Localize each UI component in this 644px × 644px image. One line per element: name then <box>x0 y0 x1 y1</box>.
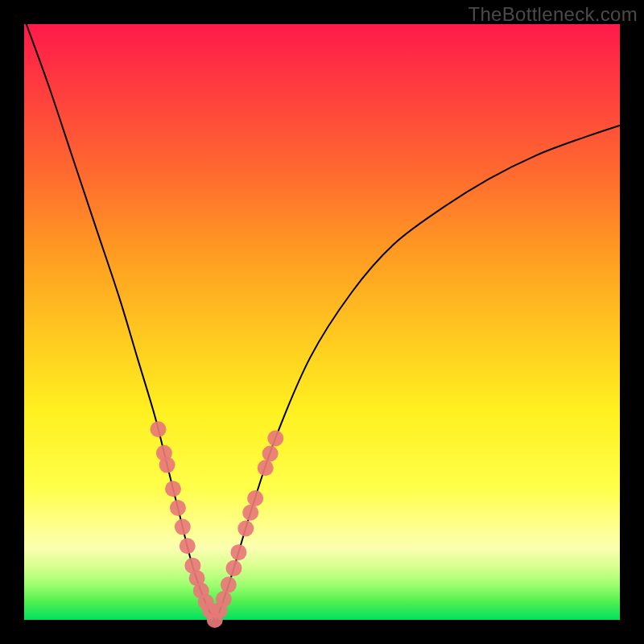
marker-dot <box>175 519 191 535</box>
marker-dot <box>262 446 279 462</box>
marker-dot <box>216 591 232 607</box>
marker-dot <box>237 521 254 537</box>
marker-dot <box>221 576 237 592</box>
marker-dot <box>159 457 175 473</box>
curve-bottleneck-curve <box>24 19 620 621</box>
marker-dot <box>165 481 181 497</box>
marker-dot <box>258 460 274 476</box>
series-group <box>24 19 620 621</box>
marker-dot <box>180 538 196 554</box>
marker-dot <box>267 431 283 447</box>
chart-frame: TheBottleneck.com <box>0 0 644 644</box>
marker-dot <box>225 560 242 576</box>
watermark-label: TheBottleneck.com <box>468 3 638 26</box>
markers-group <box>151 421 284 628</box>
chart-svg <box>24 24 620 620</box>
marker-dot <box>170 500 186 516</box>
marker-dot <box>230 544 246 560</box>
marker-dot <box>242 505 258 521</box>
marker-dot <box>247 490 263 506</box>
marker-dot <box>151 421 167 437</box>
